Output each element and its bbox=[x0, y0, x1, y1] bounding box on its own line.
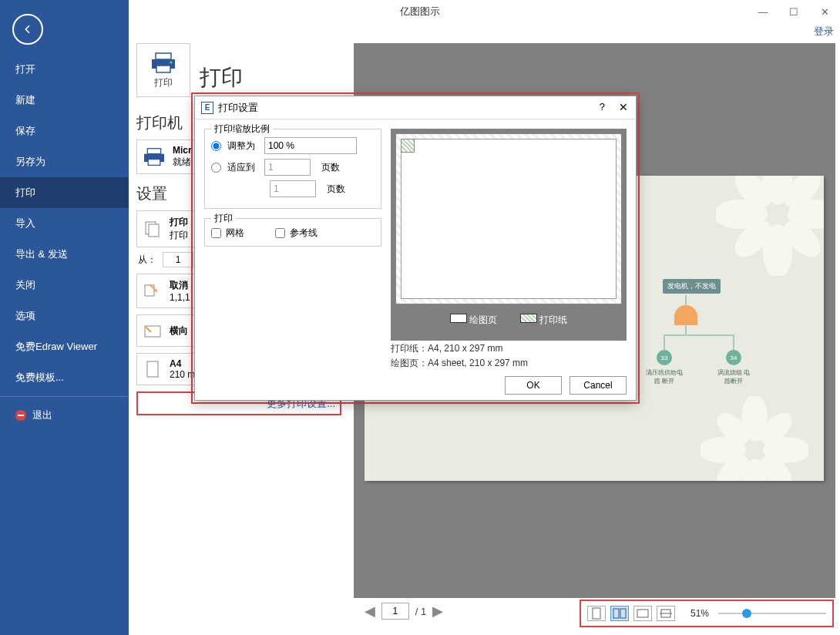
minimize-button[interactable]: — bbox=[748, 0, 778, 23]
arrow-left-icon bbox=[21, 22, 35, 36]
printer-status: 就绪 bbox=[173, 156, 192, 169]
nav-import[interactable]: 导入 bbox=[0, 208, 129, 239]
nav-close[interactable]: 关闭 bbox=[0, 270, 129, 301]
view-fit-page-button[interactable] bbox=[657, 606, 675, 621]
zoom-slider[interactable] bbox=[718, 613, 826, 614]
scale-legend: 打印缩放比例 bbox=[211, 123, 273, 136]
slider-thumb[interactable] bbox=[742, 609, 751, 618]
preview-legend: 绘图页 打印纸 bbox=[395, 311, 622, 330]
diagram-circle: 33 bbox=[657, 350, 672, 365]
page-total: / 1 bbox=[415, 606, 426, 617]
view-two-page-button[interactable] bbox=[610, 606, 629, 621]
maximize-button[interactable]: ☐ bbox=[778, 0, 809, 23]
decor-flower-icon bbox=[716, 176, 824, 276]
diagram-gate bbox=[674, 305, 697, 324]
print-settings-dialog: E 打印设置 ? ✕ 打印缩放比例 调整为 适应到 页数 bbox=[194, 96, 637, 401]
login-link[interactable]: 登录 bbox=[814, 25, 834, 39]
cancel-button[interactable]: Cancel bbox=[570, 376, 627, 395]
app-icon: E bbox=[201, 102, 213, 114]
two-page-icon bbox=[613, 608, 627, 619]
dialog-titlebar: E 打印设置 ? ✕ bbox=[195, 96, 636, 119]
info-paper: 打印纸：A4, 210 x 297 mm bbox=[391, 342, 627, 355]
dialog-help-button[interactable]: ? bbox=[600, 101, 605, 113]
guides-checkbox[interactable] bbox=[275, 228, 285, 238]
view-single-page-button[interactable] bbox=[587, 606, 606, 621]
printer-icon bbox=[142, 147, 166, 167]
svg-rect-2 bbox=[156, 66, 170, 72]
print-legend: 打印 bbox=[211, 212, 236, 225]
back-button[interactable] bbox=[12, 14, 43, 45]
nav-exit[interactable]: 退出 bbox=[0, 400, 129, 431]
sidebar: 打开 新建 保存 另存为 打印 导入 导出 & 发送 关闭 选项 免费Edraw… bbox=[0, 0, 129, 635]
nav-templates[interactable]: 免费模板... bbox=[0, 362, 129, 393]
window-controls: — ☐ ✕ bbox=[748, 0, 840, 23]
dialog-title: 打印设置 bbox=[218, 101, 258, 115]
adjust-to-radio[interactable] bbox=[211, 141, 221, 151]
fit-to-label: 适应到 bbox=[227, 161, 255, 174]
nav-save[interactable]: 保存 bbox=[0, 116, 129, 146]
svg-point-10 bbox=[154, 289, 157, 292]
nav-saveas[interactable]: 另存为 bbox=[0, 146, 129, 177]
fit-page-icon bbox=[659, 608, 673, 619]
diagram-circle: 34 bbox=[726, 350, 741, 365]
diagram-label: 涡流烧组 电路断开 bbox=[714, 368, 753, 385]
page-icon bbox=[591, 607, 602, 620]
nav-options[interactable]: 选项 bbox=[0, 301, 129, 331]
app-title: 亿图图示 bbox=[400, 5, 440, 18]
collate-icon bbox=[143, 282, 162, 301]
nav-export[interactable]: 导出 & 发送 bbox=[0, 239, 129, 270]
adjust-to-label: 调整为 bbox=[227, 139, 255, 153]
zoom-level: 51% bbox=[690, 608, 709, 619]
svg-point-3 bbox=[170, 61, 173, 63]
fit-to-radio[interactable] bbox=[211, 163, 221, 173]
svg-rect-6 bbox=[148, 159, 160, 165]
nav-open[interactable]: 打开 bbox=[0, 54, 129, 85]
page-navigation: ◀ / 1 ▶ bbox=[354, 603, 454, 620]
pages-icon bbox=[143, 220, 162, 238]
fit-width-icon bbox=[636, 608, 650, 619]
dialog-close-button[interactable]: ✕ bbox=[619, 101, 628, 113]
close-button[interactable]: ✕ bbox=[809, 0, 840, 23]
printer-name: Micr bbox=[173, 145, 192, 156]
diagram-node: 发电机，不发电 bbox=[663, 279, 721, 294]
view-controls-highlight: 51% bbox=[580, 600, 834, 627]
print-button-label: 打印 bbox=[154, 76, 173, 89]
svg-rect-30 bbox=[613, 609, 619, 618]
printer-icon bbox=[150, 52, 177, 75]
view-fit-width-button[interactable] bbox=[633, 606, 652, 621]
adjust-to-value[interactable] bbox=[264, 137, 357, 154]
page-heading: 打印 bbox=[200, 63, 243, 92]
fit-width-input[interactable] bbox=[264, 159, 311, 176]
from-label: 从： bbox=[138, 254, 156, 267]
nav-new[interactable]: 新建 bbox=[0, 85, 129, 116]
ok-button[interactable]: OK bbox=[505, 376, 562, 395]
exit-icon bbox=[15, 410, 26, 421]
scale-fieldset: 打印缩放比例 调整为 适应到 页数 页数 bbox=[204, 129, 381, 209]
grid-checkbox[interactable] bbox=[211, 228, 221, 238]
page-input[interactable] bbox=[381, 603, 409, 620]
nav-viewer[interactable]: 免费Edraw Viewer bbox=[0, 331, 129, 362]
fit-height-input[interactable] bbox=[270, 180, 316, 197]
svg-rect-4 bbox=[147, 148, 160, 153]
info-page: 绘图页：A4 sheet, 210 x 297 mm bbox=[391, 357, 627, 370]
dialog-preview bbox=[395, 133, 622, 304]
prev-page-button[interactable]: ◀ bbox=[365, 603, 375, 620]
landscape-icon bbox=[143, 323, 162, 338]
nav-print[interactable]: 打印 bbox=[0, 177, 129, 208]
pages-label-1: 页数 bbox=[321, 161, 340, 174]
diagram-label: 涌压线供给电路 断开 bbox=[645, 368, 684, 385]
pages-label-2: 页数 bbox=[327, 183, 345, 196]
decor-flower-icon bbox=[701, 396, 808, 481]
svg-rect-0 bbox=[156, 53, 171, 59]
exit-label: 退出 bbox=[32, 408, 52, 422]
from-input[interactable] bbox=[163, 252, 193, 267]
page-icon bbox=[145, 360, 160, 378]
svg-rect-32 bbox=[637, 610, 648, 617]
print-button[interactable]: 打印 bbox=[136, 43, 190, 97]
svg-rect-12 bbox=[147, 361, 158, 377]
next-page-button[interactable]: ▶ bbox=[432, 603, 443, 620]
nav-divider bbox=[0, 396, 129, 397]
svg-rect-31 bbox=[620, 609, 626, 618]
print-options-fieldset: 打印 网格 参考线 bbox=[204, 218, 381, 247]
svg-rect-29 bbox=[593, 608, 600, 619]
